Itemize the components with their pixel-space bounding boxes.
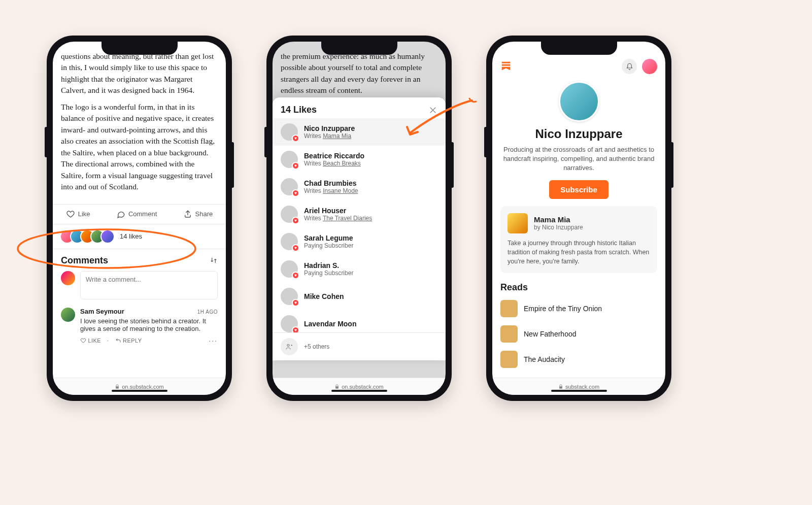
- comment-button[interactable]: Comment: [116, 210, 157, 219]
- liker-publication-link[interactable]: The Travel Diaries: [323, 215, 372, 222]
- browser-host: on.substack.com: [342, 384, 384, 390]
- liker-name: Hadrian S.: [304, 261, 437, 270]
- current-user-avatar: [61, 271, 75, 285]
- article-paragraph: The logo is a wonderful form, in that in…: [61, 102, 218, 193]
- lock-icon: [115, 384, 120, 389]
- reads-title: Empire of the Tiny Onion: [524, 305, 602, 313]
- close-icon[interactable]: [428, 106, 437, 115]
- reply-icon: [115, 338, 121, 344]
- phone-article-view: questions about meaning, but rather than…: [47, 36, 232, 401]
- comment-time: 1H AGO: [197, 309, 218, 315]
- liker-name: Mike Cohen: [304, 292, 437, 300]
- others-text: +5 others: [304, 343, 329, 350]
- reads-item[interactable]: Empire of the Tiny Onion: [492, 296, 665, 321]
- people-icon: [281, 338, 298, 355]
- liker-publication-link[interactable]: Mama Mia: [323, 132, 351, 140]
- comment-icon: [116, 210, 125, 219]
- current-user-avatar[interactable]: [642, 59, 657, 74]
- phone-likes-sheet: the premium experience: as much as human…: [266, 36, 452, 401]
- liker-avatar: ♥: [281, 123, 298, 141]
- liker-name: Nico Inzuppare: [304, 124, 437, 132]
- liker-subtext: Paying Subscriber: [304, 242, 437, 249]
- reads-thumb: [500, 325, 518, 343]
- heart-badge-icon: ♥: [292, 189, 299, 197]
- liker-row[interactable]: ♥Chad BrumbiesWrites Insane Mode: [273, 173, 446, 200]
- heart-badge-icon: ♥: [292, 272, 299, 279]
- profile-bio: Producing at the crossroads of art and a…: [502, 145, 655, 173]
- liker-name: Sarah Legume: [304, 234, 437, 242]
- liker-subtext: Writes Mama Mia: [304, 132, 437, 140]
- device-notch: [101, 42, 178, 55]
- reads-title: New Fatherhood: [524, 330, 577, 338]
- share-button[interactable]: Share: [183, 210, 213, 219]
- reads-header: Reads: [492, 282, 665, 293]
- svg-rect-3: [502, 64, 511, 65]
- likes-bottom-sheet: 14 Likes ♥Nico InzuppareWrites Mama Mia♥…: [273, 97, 446, 360]
- heart-badge-icon: ♥: [292, 217, 299, 224]
- liker-avatar: ♥: [281, 315, 298, 332]
- liker-avatar: ♥: [281, 178, 298, 195]
- reads-title: The Audacity: [524, 355, 565, 363]
- publication-byline: by Nico Inzuppare: [534, 224, 583, 231]
- profile-avatar: [559, 81, 599, 122]
- like-button[interactable]: Like: [66, 210, 90, 219]
- profile-name: Nico Inzuppare: [500, 127, 657, 141]
- heart-badge-icon: ♥: [292, 162, 299, 170]
- liker-row[interactable]: ♥Sarah LegumePaying Subscriber: [273, 228, 446, 255]
- reads-item[interactable]: The Audacity: [492, 347, 665, 372]
- others-row[interactable]: +5 others: [273, 332, 446, 360]
- likes-count: 14 likes: [120, 232, 142, 240]
- liker-row[interactable]: ♥Mike Cohen: [273, 283, 446, 310]
- liker-avatar: ♥: [281, 260, 298, 278]
- comment-input[interactable]: [80, 271, 218, 299]
- liker-avatar: ♥: [281, 151, 298, 168]
- reads-thumb: [500, 300, 518, 317]
- comment-author[interactable]: Sam Seymour: [80, 308, 124, 315]
- comment-like-button[interactable]: LIKE: [80, 338, 101, 344]
- liker-row[interactable]: ♥Lavendar Moon: [273, 310, 446, 332]
- liker-row[interactable]: ♥Beatrice RiccardoWrites Beach Breaks: [273, 146, 446, 173]
- browser-host: substack.com: [565, 384, 599, 390]
- liker-row[interactable]: ♥Nico InzuppareWrites Mama Mia: [273, 118, 446, 146]
- comments-header: Comments: [61, 255, 108, 266]
- reads-item[interactable]: New Fatherhood: [492, 321, 665, 347]
- device-notch: [541, 42, 617, 55]
- publication-card[interactable]: Mama Mia by Nico Inzuppare Take a journe…: [500, 206, 657, 273]
- heart-icon: [66, 210, 75, 219]
- liker-row[interactable]: ♥Hadrian S.Paying Subscriber: [273, 255, 446, 283]
- liker-publication-link[interactable]: Insane Mode: [323, 187, 358, 194]
- liker-name: Chad Brumbies: [304, 179, 437, 187]
- liker-name: Ariel Houser: [304, 207, 437, 215]
- bell-icon: [626, 63, 633, 71]
- liker-avatar: ♥: [281, 233, 298, 250]
- heart-badge-icon: ♥: [292, 299, 299, 307]
- notifications-button[interactable]: [622, 59, 637, 74]
- lock-icon: [334, 384, 340, 389]
- subscribe-button[interactable]: Subscribe: [549, 180, 608, 199]
- substack-logo-icon[interactable]: [500, 60, 512, 73]
- svg-rect-2: [502, 61, 511, 63]
- heart-badge-icon: ♥: [292, 326, 299, 332]
- home-indicator: [551, 390, 607, 392]
- liker-avatars: [60, 229, 115, 244]
- liker-name: Lavendar Moon: [304, 320, 437, 328]
- share-icon: [183, 210, 192, 219]
- comment-label: Comment: [128, 210, 157, 218]
- browser-bar: on.substack.com: [273, 378, 446, 395]
- likes-summary[interactable]: 14 likes: [53, 224, 226, 249]
- comment-more-icon[interactable]: ···: [209, 336, 218, 345]
- liker-publication-link[interactable]: Beach Breaks: [323, 160, 361, 167]
- liker-avatar: ♥: [281, 206, 298, 223]
- article-paragraph: questions about meaning, but rather than…: [61, 51, 218, 96]
- device-notch: [321, 42, 397, 55]
- liker-name: Beatrice Riccardo: [304, 152, 437, 160]
- lock-icon: [558, 384, 563, 389]
- liker-subtext: Paying Subscriber: [304, 270, 437, 277]
- liker-row[interactable]: ♥Ariel HouserWrites The Travel Diaries: [273, 200, 446, 228]
- share-label: Share: [195, 210, 213, 218]
- comment-reply-button[interactable]: REPLY: [115, 338, 142, 344]
- sort-icon[interactable]: [210, 256, 218, 264]
- home-indicator: [331, 390, 387, 392]
- browser-bar: on.substack.com: [53, 378, 226, 395]
- home-indicator: [112, 390, 167, 392]
